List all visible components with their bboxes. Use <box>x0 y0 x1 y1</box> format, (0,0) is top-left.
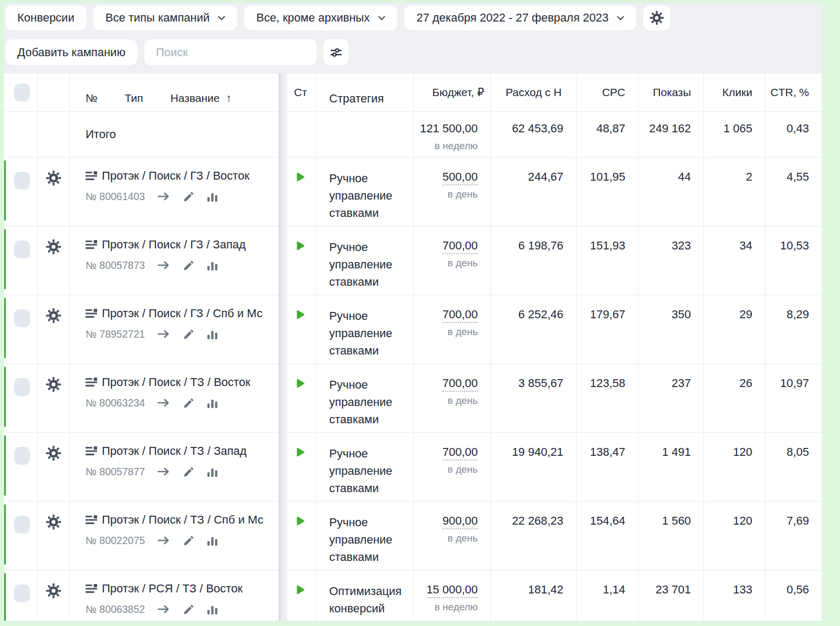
edit-campaign-button[interactable] <box>183 191 195 203</box>
table-header: № Тип Название ↑ Ст Стратегия Бюджет, ₽ … <box>4 74 822 112</box>
header-status[interactable]: Ст <box>287 74 317 111</box>
campaign-name[interactable]: Протэк / Поиск / ТЗ / Восток <box>102 375 250 389</box>
budget-value[interactable]: 700,00 <box>443 445 478 461</box>
budget-period: в день <box>414 257 478 269</box>
edit-campaign-button[interactable] <box>183 603 195 615</box>
active-indicator <box>4 367 6 427</box>
budget-value[interactable]: 15 000,00 <box>426 583 478 598</box>
row-checkbox[interactable] <box>14 516 30 534</box>
header-type: Тип <box>125 92 143 105</box>
goto-campaign-button[interactable] <box>157 467 171 476</box>
budget-period: в день <box>414 326 478 338</box>
campaign-name[interactable]: Протэк / Поиск / ГЗ / Запад <box>102 238 246 252</box>
bar-chart-icon <box>207 398 218 409</box>
frozen-pane-divider <box>279 74 287 621</box>
header-clicks[interactable]: Клики <box>704 74 765 111</box>
campaign-stats-button[interactable] <box>207 329 218 340</box>
bar-chart-icon <box>207 329 218 340</box>
spend-value: 6 252,46 <box>491 295 576 363</box>
row-checkbox[interactable] <box>14 378 30 396</box>
header-budget[interactable]: Бюджет, ₽ <box>414 74 491 111</box>
campaign-stats-button[interactable] <box>207 398 218 409</box>
goto-campaign-button[interactable] <box>157 536 171 545</box>
goto-campaign-button[interactable] <box>157 192 171 201</box>
edit-campaign-button[interactable] <box>183 535 195 547</box>
strategy-cell[interactable]: Ручное управление ставками <box>317 433 414 501</box>
edit-campaign-button[interactable] <box>183 259 195 272</box>
campaign-settings-button[interactable] <box>46 583 61 599</box>
row-checkbox[interactable] <box>14 585 30 602</box>
row-checkbox[interactable] <box>14 447 30 465</box>
campaign-stats-button[interactable] <box>207 191 218 202</box>
add-campaign-label: Добавить кампанию <box>17 46 125 59</box>
text-campaign-icon <box>86 171 97 181</box>
filter-button[interactable] <box>323 39 349 65</box>
gear-icon <box>46 445 61 461</box>
campaign-settings-button[interactable] <box>46 239 61 255</box>
row-checkbox[interactable] <box>14 309 30 327</box>
strategy-cell[interactable]: Ручное управление ставками <box>317 226 414 295</box>
goto-campaign-button[interactable] <box>157 604 171 614</box>
campaign-stats-button[interactable] <box>207 535 218 546</box>
row-checkbox[interactable] <box>14 172 30 190</box>
select-all-checkbox[interactable] <box>14 84 30 101</box>
table-row: Протэк / Поиск / ТЗ / Запад № 80057877 <box>4 433 822 502</box>
table-row: Протэк / Поиск / ТЗ / Восток № 80063234 <box>4 364 822 433</box>
campaign-number: № 80022075 <box>86 535 145 547</box>
strategy-cell[interactable]: Ручное управление ставками <box>317 364 414 432</box>
campaign-name[interactable]: Протэк / РСЯ / ТЗ / Восток <box>102 582 243 596</box>
goto-campaign-button[interactable] <box>157 329 171 339</box>
chevron-down-icon <box>617 16 624 20</box>
header-impressions[interactable]: Показы <box>638 74 704 111</box>
campaign-name[interactable]: Протэк / Поиск / ГЗ / Восток <box>102 169 249 183</box>
budget-value[interactable]: 700,00 <box>443 308 478 323</box>
campaign-stats-button[interactable] <box>207 604 218 615</box>
header-ctr[interactable]: CTR, % <box>765 74 822 111</box>
budget-value[interactable]: 500,00 <box>443 170 478 185</box>
budget-value[interactable]: 700,00 <box>443 239 478 254</box>
goto-campaign-button[interactable] <box>157 260 171 270</box>
text-campaign-icon <box>86 309 97 318</box>
header-spend[interactable]: Расход с Н <box>491 74 576 111</box>
campaign-types-dropdown[interactable]: Все типы кампаний <box>93 5 238 30</box>
campaign-settings-button[interactable] <box>46 377 61 392</box>
budget-value[interactable]: 700,00 <box>443 377 478 392</box>
header-cpc[interactable]: CPC <box>576 74 638 111</box>
search-input[interactable] <box>144 39 317 65</box>
settings-button[interactable] <box>643 5 670 30</box>
budget-value[interactable]: 900,00 <box>443 514 478 529</box>
goto-campaign-button[interactable] <box>157 398 171 408</box>
header-strategy[interactable]: Стратегия <box>317 74 414 111</box>
edit-campaign-button[interactable] <box>183 466 195 478</box>
row-checkbox[interactable] <box>14 241 30 258</box>
campaign-stats-button[interactable] <box>207 466 218 477</box>
edit-campaign-button[interactable] <box>183 397 195 409</box>
campaign-settings-button[interactable] <box>46 445 61 461</box>
sort-ascending-icon[interactable]: ↑ <box>226 92 232 105</box>
archive-filter-dropdown[interactable]: Все, кроме архивных <box>244 5 397 30</box>
arrow-right-icon <box>157 329 171 339</box>
chevron-down-icon <box>218 16 225 20</box>
strategy-cell[interactable]: Оптимизация конверсий <box>317 570 414 621</box>
campaign-name[interactable]: Протэк / Поиск / ТЗ / Спб и Мс <box>102 513 264 527</box>
text-campaign-icon <box>86 378 97 387</box>
strategy-cell[interactable]: Ручное управление ставками <box>317 158 414 226</box>
conversions-button[interactable]: Конверсии <box>5 5 87 30</box>
header-name[interactable]: Название <box>171 92 220 105</box>
date-range-dropdown[interactable]: 27 декабря 2022 - 27 февраля 2023 <box>404 5 636 30</box>
edit-campaign-button[interactable] <box>183 328 195 340</box>
campaign-number: № 78952721 <box>86 328 145 340</box>
add-campaign-button[interactable]: Добавить кампанию <box>5 39 138 65</box>
campaign-settings-button[interactable] <box>46 308 61 324</box>
campaign-name[interactable]: Протэк / Поиск / ГЗ / Спб и Мс <box>102 307 262 320</box>
strategy-cell[interactable]: Ручное управление ставками <box>317 502 414 570</box>
ctr-value: 4,55 <box>765 158 822 226</box>
totals-impressions: 249 162 <box>638 112 704 157</box>
campaign-name[interactable]: Протэк / Поиск / ТЗ / Запад <box>102 444 247 458</box>
strategy-cell[interactable]: Ручное управление ставками <box>317 295 414 363</box>
campaign-settings-button[interactable] <box>46 514 61 530</box>
campaign-settings-button[interactable] <box>46 170 61 186</box>
impressions-value: 350 <box>638 295 704 363</box>
gear-icon <box>46 308 61 324</box>
campaign-stats-button[interactable] <box>207 260 218 271</box>
